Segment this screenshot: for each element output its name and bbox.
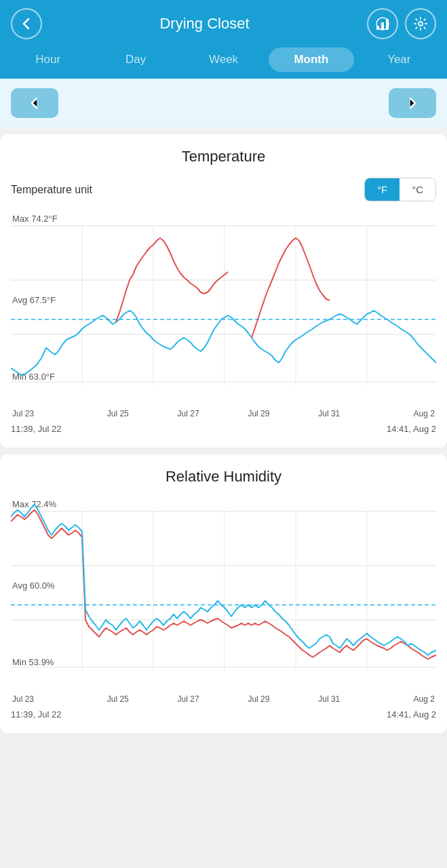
hum-x-label-5: Aug 2	[364, 694, 435, 704]
hum-x-label-4: Jul 31	[294, 694, 364, 704]
settings-button[interactable]	[405, 8, 436, 39]
x-label-4: Jul 31	[294, 409, 364, 418]
temp-x-axis: Jul 23 Jul 25 Jul 27 Jul 29 Jul 31 Aug 2	[11, 408, 436, 418]
hum-chart-svg	[11, 498, 436, 688]
humidity-section: Relative Humidity Max 72.4% Avg 60.0% Mi…	[0, 454, 447, 733]
temp-chart-svg	[11, 212, 436, 402]
hum-x-label-2: Jul 27	[153, 694, 224, 704]
next-button[interactable]	[389, 88, 436, 118]
prev-button[interactable]	[11, 88, 58, 118]
tab-month[interactable]: Month	[269, 47, 353, 72]
temperature-title: Temperature	[11, 148, 436, 165]
header: Drying Closet	[0, 0, 447, 47]
back-button[interactable]	[11, 8, 42, 39]
x-label-1: Jul 25	[83, 409, 153, 418]
header-icons	[367, 8, 436, 39]
hum-time-start: 11:39, Jul 22	[11, 709, 61, 719]
temp-time-start: 11:39, Jul 22	[11, 424, 61, 434]
chart-button[interactable]	[367, 8, 398, 39]
hum-x-label-3: Jul 29	[223, 694, 294, 704]
hum-time-range: 11:39, Jul 22 14:41, Aug 2	[11, 709, 436, 719]
unit-toggle: °F °C	[364, 178, 436, 201]
x-label-2: Jul 27	[153, 409, 224, 418]
humidity-title: Relative Humidity	[11, 468, 436, 486]
page-title: Drying Closet	[42, 15, 367, 33]
hum-x-label-1: Jul 25	[83, 694, 153, 704]
temperature-section: Temperature Temperature unit °F °C Max 7…	[0, 134, 447, 448]
nav-arrows	[0, 79, 447, 127]
svg-point-4	[419, 22, 423, 26]
temperature-chart: Max 74.2°F Avg 67.5°F Min 63.0°F	[11, 212, 436, 402]
unit-c-button[interactable]: °C	[400, 178, 435, 201]
x-label-5: Aug 2	[364, 409, 435, 418]
temp-time-range: 11:39, Jul 22 14:41, Aug 2	[11, 424, 436, 434]
unit-label: Temperature unit	[11, 184, 92, 196]
unit-f-button[interactable]: °F	[365, 178, 400, 201]
temp-time-end: 14:41, Aug 2	[387, 424, 436, 434]
hum-x-label-0: Jul 23	[12, 694, 83, 704]
hum-time-end: 14:41, Aug 2	[387, 709, 436, 719]
svg-rect-1	[381, 22, 384, 30]
tab-year[interactable]: Year	[357, 47, 442, 72]
x-label-0: Jul 23	[12, 409, 83, 418]
humidity-chart: Max 72.4% Avg 60.0% Min 53.9%	[11, 498, 436, 688]
tab-day[interactable]: Day	[93, 47, 178, 72]
hum-x-axis: Jul 23 Jul 25 Jul 27 Jul 29 Jul 31 Aug 2	[11, 693, 436, 704]
x-label-3: Jul 29	[223, 409, 294, 418]
tab-week[interactable]: Week	[181, 47, 266, 72]
tab-hour[interactable]: Hour	[5, 47, 90, 72]
unit-toggle-row: Temperature unit °F °C	[11, 178, 436, 201]
tab-bar: Hour Day Week Month Year	[0, 47, 447, 79]
